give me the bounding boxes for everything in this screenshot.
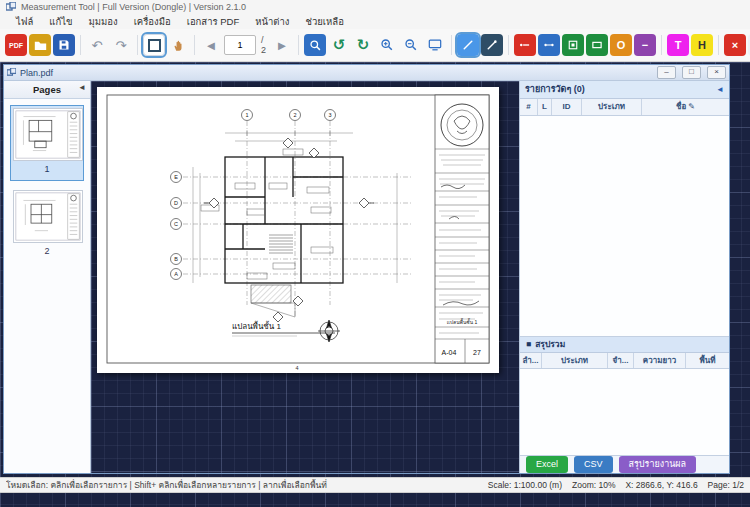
page-1-number: 1 <box>13 161 81 178</box>
summary-report-button[interactable]: สรุปรายงานผล <box>619 456 697 473</box>
toolbar-separator <box>718 35 719 55</box>
rotate-right-icon: ↻ <box>357 36 370 54</box>
pdf-export-button[interactable]: PDF <box>5 34 27 56</box>
plan-title-text: แปลนพื้นชั้น 1 <box>232 320 281 331</box>
menu-file[interactable]: ไฟล์ <box>8 14 41 29</box>
sum-col-area[interactable]: พื้นที่ <box>686 353 729 369</box>
rotate-left-button[interactable]: ↺ <box>328 34 350 56</box>
zoom-in-button[interactable] <box>376 34 398 56</box>
open-file-button[interactable] <box>29 34 51 56</box>
floor-plan-walls <box>225 157 343 283</box>
zoom-out-button[interactable] <box>400 34 422 56</box>
measure-collapse-icon[interactable]: ◄ <box>716 85 724 94</box>
page-2-number: 2 <box>13 243 81 260</box>
status-bar: โหมดเลือก: คลิกเพื่อเลือกรายการ | Shift+… <box>0 477 750 493</box>
sum-col-count[interactable]: จำ... <box>608 353 634 369</box>
polyline-measure-tool-button[interactable] <box>481 34 503 56</box>
excel-export-button[interactable]: Excel <box>526 456 568 473</box>
page-thumbnail-1[interactable]: 1 <box>10 105 84 181</box>
col-index[interactable]: # <box>520 99 538 115</box>
sum-col-index[interactable]: ลำ... <box>520 353 542 369</box>
measure-list-body[interactable] <box>520 116 729 337</box>
text-tool-button[interactable]: T <box>667 34 689 56</box>
next-page-button[interactable]: ► <box>271 34 293 56</box>
toolbar-separator <box>451 35 452 55</box>
sum-col-length[interactable]: ความยาว <box>634 353 686 369</box>
pages-panel: Pages ◄ <box>4 81 91 473</box>
ellipse-tool-button[interactable]: O <box>610 34 632 56</box>
status-page: Page: 1/2 <box>708 480 744 490</box>
menu-pdf-document[interactable]: เอกสาร PDF <box>179 14 248 29</box>
ellipse-icon: O <box>617 39 626 51</box>
area-tool-button[interactable] <box>562 34 584 56</box>
toolbar-separator <box>137 35 138 55</box>
delete-button[interactable]: × <box>724 34 746 56</box>
minus-icon: − <box>642 39 648 51</box>
search-button[interactable] <box>304 34 326 56</box>
segment-tool-button[interactable] <box>538 34 560 56</box>
menu-view[interactable]: มุมมอง <box>80 14 125 29</box>
grid-row-c: C <box>174 221 178 227</box>
page-2-preview <box>13 190 83 243</box>
document-title: Plan.pdf <box>20 68 651 78</box>
pdf-page[interactable]: แปลนพื้นชั้น 1 A-04 27 <box>97 87 499 373</box>
sheet-code: A-04 <box>442 349 457 356</box>
canvas-area[interactable]: แปลนพื้นชั้น 1 A-04 27 <box>91 81 519 473</box>
document-window: Plan.pdf – □ × Pages ◄ <box>3 64 730 474</box>
grid-row-a: A <box>174 271 178 277</box>
pen-line-icon <box>486 39 498 51</box>
length-tool-button[interactable] <box>514 34 536 56</box>
grid-row-b: B <box>174 256 178 262</box>
save-button[interactable] <box>53 34 75 56</box>
mdi-area: Plan.pdf – □ × Pages ◄ <box>0 62 750 507</box>
menu-window[interactable]: หน้าต่าง <box>247 14 297 29</box>
rectangle-tool-button[interactable] <box>586 34 608 56</box>
menu-edit[interactable]: แก้ไข <box>41 14 80 29</box>
page-number-input[interactable] <box>224 35 256 55</box>
app-title: Measurement Tool | Full Version (Dongle)… <box>21 2 246 12</box>
area-icon <box>567 39 579 51</box>
count-tool-button[interactable]: − <box>634 34 656 56</box>
col-lock[interactable]: L <box>538 99 552 115</box>
menu-help[interactable]: ช่วยเหลือ <box>297 14 351 29</box>
line-measure-tool-button[interactable] <box>457 34 479 56</box>
search-icon <box>309 39 322 52</box>
undo-icon: ↶ <box>92 38 103 53</box>
sum-col-type[interactable]: ประเภท <box>542 353 608 369</box>
summary-list-body[interactable] <box>520 369 729 456</box>
select-tool-button[interactable] <box>143 34 165 56</box>
height-tool-button[interactable]: H <box>691 34 713 56</box>
document-titlebar[interactable]: Plan.pdf – □ × <box>4 65 729 81</box>
redo-icon: ↷ <box>116 38 127 53</box>
pan-tool-button[interactable] <box>167 34 189 56</box>
fit-screen-button[interactable] <box>424 34 446 56</box>
pdf-icon: PDF <box>9 42 23 49</box>
minimize-button[interactable]: – <box>657 66 676 79</box>
hand-icon <box>172 39 185 52</box>
segment-icon <box>543 39 555 51</box>
col-name[interactable]: ชื่อ ✎ <box>642 99 729 115</box>
pages-collapse-icon[interactable]: ◄ <box>78 83 86 92</box>
prev-page-button[interactable]: ◄ <box>200 34 222 56</box>
maximize-button[interactable]: □ <box>682 66 701 79</box>
toolbar-separator <box>298 35 299 55</box>
app-titlebar: Measurement Tool | Full Version (Dongle)… <box>0 0 750 14</box>
csv-export-button[interactable]: CSV <box>574 456 613 473</box>
app-window: Measurement Tool | Full Version (Dongle)… <box>0 0 750 507</box>
col-name-label: ชื่อ <box>676 100 686 113</box>
rotate-right-button[interactable]: ↻ <box>352 34 374 56</box>
undo-button[interactable]: ↶ <box>86 34 108 56</box>
menu-tools[interactable]: เครื่องมือ <box>126 14 179 29</box>
measure-list-header: รายการวัดๆ (0) ◄ <box>520 81 729 99</box>
page-thumbnail-2[interactable]: 2 <box>10 187 84 263</box>
col-id[interactable]: ID <box>552 99 582 115</box>
col-type[interactable]: ประเภท <box>582 99 642 115</box>
pages-panel-header: Pages ◄ <box>4 81 90 99</box>
length-icon <box>519 39 531 51</box>
status-hint-text: โหมดเลือก: คลิกเพื่อเลือกรายการ | Shift+… <box>6 478 478 492</box>
redo-button[interactable]: ↷ <box>110 34 132 56</box>
pdf-page-drawing: แปลนพื้นชั้น 1 A-04 27 <box>97 87 499 373</box>
toolbar-separator <box>194 35 195 55</box>
zoom-out-icon <box>404 38 418 52</box>
close-button[interactable]: × <box>707 66 726 79</box>
